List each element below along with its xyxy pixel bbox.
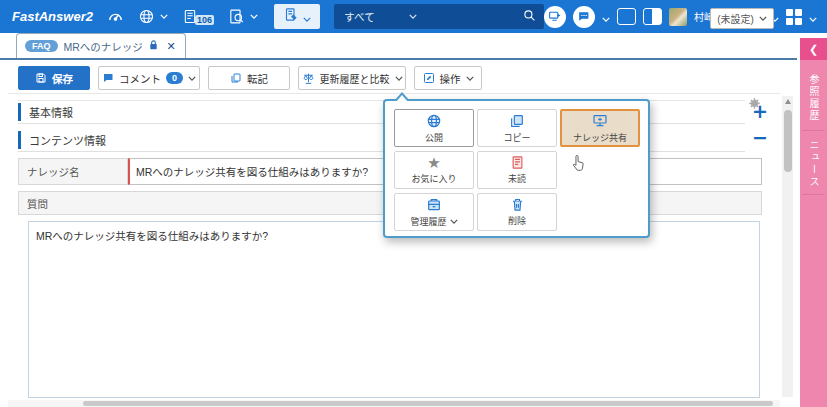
faq-badge: FAQ	[25, 40, 58, 52]
menu-item-delete-label: 削除	[508, 214, 526, 227]
history-icon	[426, 197, 442, 213]
question-textarea[interactable]: MRへのナレッジ共有を図る仕組みはありますか?	[28, 221, 760, 398]
tab-faq-knowledge[interactable]: FAQ MRへのナレッジ… ✕	[16, 33, 186, 58]
search-scope-select[interactable]: すべて	[334, 9, 523, 24]
copy-icon	[230, 72, 242, 84]
chevron-down-icon	[250, 14, 258, 19]
news-globe-icon	[138, 8, 155, 25]
menu-item-copy[interactable]: コピー	[477, 109, 557, 147]
search-documents-button[interactable]	[228, 8, 258, 25]
sidebar-divider	[802, 130, 825, 131]
tab-strip: FAQ MRへのナレッジ… ✕	[0, 33, 797, 60]
vertical-scrollbar[interactable]	[782, 96, 793, 397]
chevron-down-icon	[759, 16, 767, 21]
menu-item-favorite[interactable]: ★ お気に入り	[394, 151, 474, 189]
chevron-down-icon	[160, 14, 168, 19]
app-logo[interactable]: FastAnswer2	[12, 9, 93, 24]
save-icon	[35, 72, 47, 84]
app-window: FastAnswer2 10	[0, 0, 827, 407]
sidebar-divider	[802, 194, 825, 195]
document-list-button[interactable]: 106	[182, 8, 214, 25]
document-count-badge: 106	[195, 15, 214, 25]
section-basic-info-label: 基本情報	[29, 104, 73, 120]
screen-add-button[interactable]	[544, 6, 566, 28]
share-monitor-icon	[592, 113, 608, 129]
section-accent-bar	[18, 103, 21, 121]
create-document-button[interactable]	[274, 4, 320, 29]
tab-title: MRへのナレッジ…	[64, 39, 142, 54]
menu-item-knowledge-share-label: ナレッジ共有	[573, 131, 627, 144]
chevron-down-icon	[395, 76, 403, 81]
sidebar-tab-reference-history[interactable]: 参照履歴	[800, 74, 827, 122]
single-pane-toggle[interactable]	[617, 8, 636, 25]
comment-button[interactable]: コメント 0	[98, 66, 200, 90]
menu-item-management-history[interactable]: 管理履歴	[394, 193, 474, 231]
menu-item-favorite-label: お気に入り	[411, 172, 456, 185]
top-navbar: FastAnswer2 10	[0, 0, 827, 33]
edit-icon	[423, 72, 435, 84]
operations-button[interactable]: 操作	[414, 66, 482, 90]
preset-select[interactable]: (未設定)	[710, 8, 774, 29]
app-logo-text: FastAnswer2	[12, 9, 93, 24]
navbar-right-cluster: 村崎 博(SV, T…	[544, 6, 817, 28]
save-button[interactable]: 保存	[18, 66, 90, 90]
popup-caret	[396, 95, 408, 102]
transcribe-button[interactable]: 転記	[208, 66, 290, 90]
menu-item-copy-label: コピー	[503, 131, 530, 144]
vertical-scrollbar-thumb[interactable]	[784, 110, 792, 172]
lock-icon	[148, 37, 159, 55]
chevron-down-icon	[450, 219, 458, 224]
collapse-section-button[interactable]: −	[750, 126, 770, 148]
operations-menu-popup: 公開 コピー ナレッジ共有 ★ お気に入り 未読	[383, 99, 650, 238]
comment-button-label: コメント	[119, 71, 161, 86]
menu-item-unread[interactable]: 未読	[477, 151, 557, 189]
globe-icon	[426, 113, 442, 129]
preset-select-value: (未設定)	[717, 11, 754, 26]
transcribe-button-label: 転記	[247, 71, 268, 86]
apps-grid-icon[interactable]	[786, 9, 802, 25]
chevron-down-icon	[303, 8, 311, 26]
chevron-down-icon	[188, 76, 196, 81]
chat-button[interactable]	[573, 6, 595, 28]
cursor-hand-icon	[571, 153, 588, 176]
sidebar-collapse-button[interactable]: ❮	[800, 38, 827, 60]
chevron-down-icon[interactable]	[602, 8, 610, 26]
user-avatar[interactable]	[669, 8, 687, 26]
comment-icon	[102, 72, 114, 84]
sidebar-tab-news[interactable]: ニュース	[800, 140, 827, 188]
screen-add-icon	[548, 10, 561, 23]
knowledge-name-label: ナレッジ名	[18, 158, 128, 185]
search-scope-value: すべて	[344, 9, 374, 24]
document-search-icon	[228, 8, 245, 25]
tab-close-icon[interactable]: ✕	[167, 40, 176, 53]
sidebar-tab-reference-history-label: 参照履歴	[806, 74, 821, 122]
chat-icon	[577, 10, 590, 23]
chevron-down-icon[interactable]	[809, 8, 817, 26]
horizontal-scrollbar-thumb[interactable]	[83, 401, 773, 406]
news-menu-button[interactable]	[138, 8, 168, 25]
menu-item-publish[interactable]: 公開	[394, 109, 474, 147]
comment-count-badge: 0	[166, 72, 183, 84]
document-toolbar: 保存 コメント 0 転記 更新履歴と比較 操作	[8, 62, 780, 94]
horizontal-scrollbar[interactable]	[8, 400, 780, 407]
right-sidebar: ❮ 参照履歴 ニュース	[800, 38, 827, 407]
trash-icon	[510, 197, 525, 212]
compose-document-icon	[284, 7, 299, 26]
scales-icon	[302, 72, 315, 85]
compare-history-button[interactable]: 更新履歴と比較	[298, 66, 406, 90]
compare-history-button-label: 更新履歴と比較	[320, 71, 390, 86]
chevron-down-icon	[466, 76, 474, 81]
section-content-info-label: コンテンツ情報	[29, 132, 106, 148]
split-pane-toggle[interactable]	[643, 8, 662, 25]
menu-item-delete[interactable]: 削除	[477, 193, 557, 231]
search-icon[interactable]	[523, 9, 536, 24]
section-accent-bar	[18, 131, 21, 149]
global-search-bar[interactable]: すべて	[334, 4, 544, 29]
scroll-up-arrow[interactable]	[785, 99, 791, 104]
gear-icon[interactable]	[748, 96, 761, 114]
menu-item-knowledge-share[interactable]: ナレッジ共有	[560, 109, 640, 147]
dashboard-button[interactable]	[107, 8, 124, 25]
sidebar-tab-news-label: ニュース	[806, 140, 821, 188]
menu-item-management-history-label: 管理履歴	[410, 215, 457, 228]
menu-item-publish-label: 公開	[425, 131, 443, 144]
